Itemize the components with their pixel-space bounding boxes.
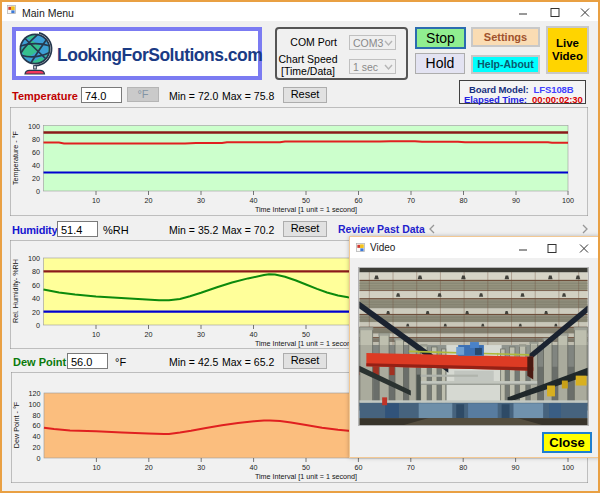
svg-text:60: 60 bbox=[354, 463, 362, 472]
svg-text:40: 40 bbox=[33, 432, 41, 441]
svg-text:0: 0 bbox=[37, 454, 41, 463]
svg-text:70: 70 bbox=[407, 463, 415, 472]
svg-text:Time Interval [1 unit = 1 seco: Time Interval [1 unit = 1 second] bbox=[255, 339, 357, 348]
svg-text:Temperature - °F: Temperature - °F bbox=[11, 130, 20, 185]
svg-text:60: 60 bbox=[32, 148, 40, 157]
svg-text:Time Interval [1 unit = 1 seco: Time Interval [1 unit = 1 second] bbox=[255, 205, 357, 214]
svg-text:20: 20 bbox=[145, 330, 153, 339]
svg-text:60: 60 bbox=[32, 281, 40, 290]
svg-text:100: 100 bbox=[562, 196, 574, 205]
svg-text:70: 70 bbox=[407, 196, 415, 205]
svg-text:Dew Point - °F: Dew Point - °F bbox=[12, 401, 21, 448]
svg-text:20: 20 bbox=[145, 463, 153, 472]
svg-text:80: 80 bbox=[460, 196, 468, 205]
svg-text:120: 120 bbox=[29, 389, 41, 398]
svg-text:60: 60 bbox=[355, 196, 363, 205]
svg-text:10: 10 bbox=[92, 463, 100, 472]
svg-text:0: 0 bbox=[36, 187, 40, 196]
svg-text:20: 20 bbox=[32, 308, 40, 317]
svg-text:80: 80 bbox=[33, 411, 41, 420]
svg-text:50: 50 bbox=[302, 196, 310, 205]
svg-text:10: 10 bbox=[92, 196, 100, 205]
svg-text:80: 80 bbox=[32, 267, 40, 276]
svg-text:0: 0 bbox=[36, 321, 40, 330]
svg-text:30: 30 bbox=[197, 330, 205, 339]
svg-text:60: 60 bbox=[33, 421, 41, 430]
svg-text:50: 50 bbox=[302, 330, 310, 339]
svg-text:10: 10 bbox=[92, 330, 100, 339]
svg-text:90: 90 bbox=[512, 196, 520, 205]
svg-text:40: 40 bbox=[250, 196, 258, 205]
svg-text:80: 80 bbox=[459, 463, 467, 472]
svg-text:20: 20 bbox=[32, 174, 40, 183]
svg-text:100: 100 bbox=[562, 463, 574, 472]
svg-text:Rel. Humidity- %RH: Rel. Humidity- %RH bbox=[11, 259, 20, 323]
svg-text:Time Interval [1 unit = 1 seco: Time Interval [1 unit = 1 second] bbox=[255, 472, 357, 481]
svg-text:40: 40 bbox=[32, 161, 40, 170]
svg-text:40: 40 bbox=[250, 463, 258, 472]
svg-text:100: 100 bbox=[28, 122, 40, 131]
svg-text:100: 100 bbox=[29, 400, 41, 409]
svg-text:90: 90 bbox=[512, 463, 520, 472]
svg-text:20: 20 bbox=[145, 196, 153, 205]
svg-text:30: 30 bbox=[197, 196, 205, 205]
svg-text:80: 80 bbox=[32, 135, 40, 144]
svg-text:40: 40 bbox=[250, 330, 258, 339]
svg-text:100: 100 bbox=[28, 254, 40, 263]
svg-text:30: 30 bbox=[197, 463, 205, 472]
svg-text:40: 40 bbox=[32, 294, 40, 303]
svg-text:50: 50 bbox=[302, 463, 310, 472]
svg-text:20: 20 bbox=[33, 443, 41, 452]
